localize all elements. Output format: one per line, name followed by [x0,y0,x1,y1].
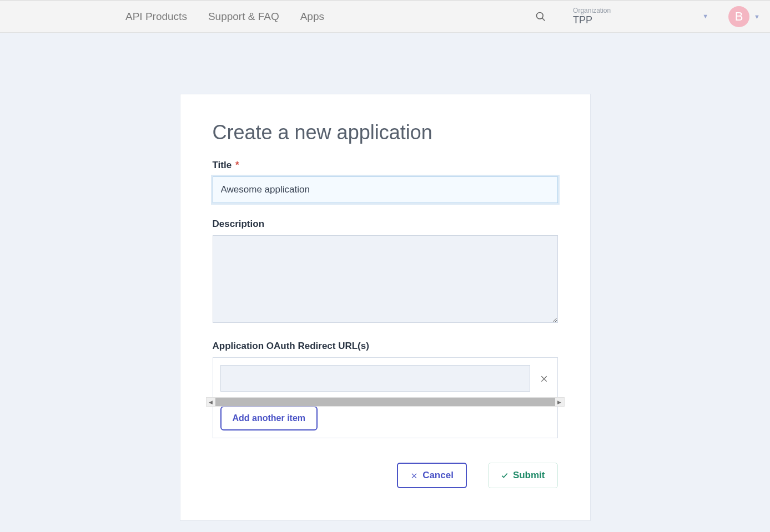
check-icon [501,472,509,479]
nav-support-faq[interactable]: Support & FAQ [208,11,279,23]
required-star-icon: * [235,160,239,170]
nav-apps[interactable]: Apps [300,11,324,23]
cancel-button[interactable]: Cancel [397,463,467,488]
remove-oauth-row-button[interactable] [538,372,550,384]
close-icon [540,374,548,383]
oauth-redirect-field: Application OAuth Redirect URL(s) ◀ ▶ [213,341,558,438]
top-header: API Products Support & FAQ Apps Organiza… [0,0,770,33]
search-icon [535,11,546,22]
main-area: Create a new application Title * Descrip… [0,33,770,521]
organization-dropdown[interactable]: Organization TPP ▼ [573,7,712,26]
horizontal-scrollbar[interactable]: ◀ ▶ [206,397,565,407]
close-icon [410,472,418,479]
title-label-text: Title [213,160,232,170]
chevron-down-icon: ▼ [754,13,760,20]
oauth-redirect-row [220,365,550,392]
svg-point-0 [537,12,543,19]
user-menu[interactable]: B ▼ [728,6,760,27]
organization-label: Organization [573,7,611,14]
submit-button[interactable]: Submit [488,463,558,488]
description-field: Description [213,219,558,325]
organization-value: TPP [573,15,611,26]
scroll-left-arrow-icon: ◀ [207,398,215,406]
nav-links: API Products Support & FAQ Apps [125,11,324,23]
oauth-redirect-label: Application OAuth Redirect URL(s) [213,341,558,352]
oauth-redirect-input[interactable] [220,365,530,392]
description-textarea[interactable] [213,235,558,323]
scroll-right-arrow-icon: ▶ [555,398,564,406]
cancel-button-label: Cancel [422,470,454,481]
header-right: Organization TPP ▼ B ▼ [532,1,760,32]
search-button[interactable] [532,8,550,26]
nav-api-products[interactable]: API Products [125,11,187,23]
svg-line-1 [542,18,545,21]
submit-button-label: Submit [513,470,545,481]
oauth-redirect-container: ◀ ▶ Add another item [213,357,558,438]
title-field: Title * [213,160,558,203]
page-title: Create a new application [213,121,558,144]
avatar: B [728,6,749,27]
chevron-down-icon: ▼ [702,13,708,19]
add-another-item-button[interactable]: Add another item [220,406,318,430]
create-application-card: Create a new application Title * Descrip… [180,94,591,521]
title-label: Title * [213,160,558,171]
form-actions: Cancel Submit [213,463,558,488]
title-input[interactable] [213,176,558,203]
description-label: Description [213,219,558,230]
